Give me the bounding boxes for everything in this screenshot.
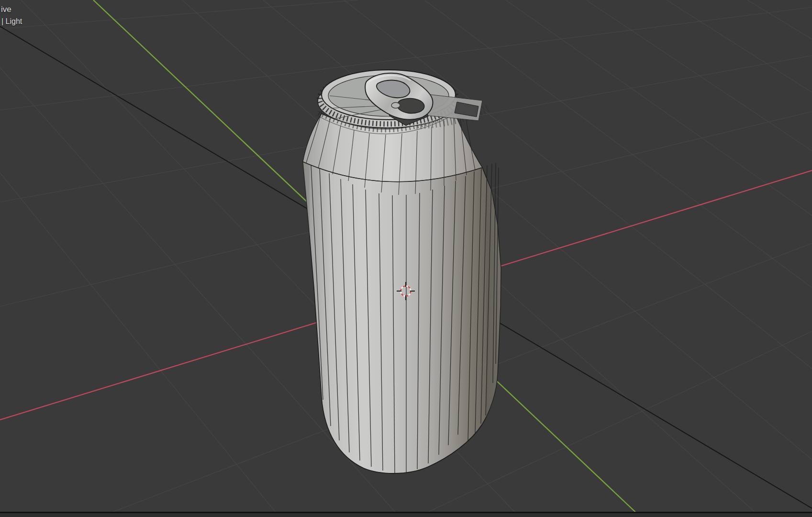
viewport-canvas[interactable] bbox=[0, 0, 812, 517]
statusbar-strip[interactable] bbox=[0, 513, 812, 517]
3d-viewport[interactable]: ive | Light bbox=[0, 0, 812, 517]
pull-tab-nose-hole bbox=[397, 99, 424, 113]
pull-tab-rivet bbox=[391, 102, 400, 108]
statusbar-divider bbox=[0, 512, 812, 513]
